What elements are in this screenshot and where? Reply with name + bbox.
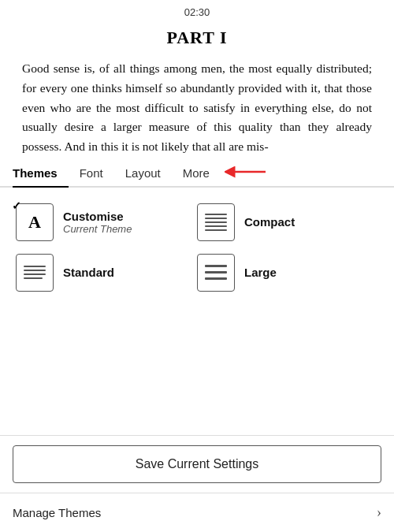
status-bar: 02:30 (0, 0, 394, 21)
book-content: Good sense is, of all things among men, … (0, 59, 394, 157)
spacer (0, 307, 394, 355)
theme-option-large[interactable]: Large (197, 254, 378, 292)
bottom-section: Save Current Settings Manage Themes › (0, 435, 394, 532)
letter-a-icon: A (28, 212, 41, 233)
large-lines-icon (205, 265, 227, 280)
themes-grid: ✓ A Customise Current Theme Compact (0, 188, 394, 307)
compact-label: Compact (244, 215, 295, 229)
book-title: PART I (0, 21, 394, 59)
compact-lines-icon (205, 214, 227, 231)
theme-option-standard[interactable]: Standard (16, 254, 197, 292)
standard-icon (16, 254, 54, 292)
tab-bar: Themes Font Layout More (0, 158, 394, 188)
customise-label: Customise Current Theme (63, 210, 132, 235)
save-button-container: Save Current Settings (0, 435, 394, 493)
compact-icon (197, 203, 235, 241)
manage-themes-label: Manage Themes (13, 506, 101, 519)
theme-option-customise[interactable]: ✓ A Customise Current Theme (16, 203, 197, 241)
checkmark-badge: ✓ (12, 199, 21, 213)
tab-more[interactable]: More (172, 158, 221, 186)
save-settings-button[interactable]: Save Current Settings (13, 445, 381, 483)
tab-layout[interactable]: Layout (114, 158, 172, 186)
chevron-right-icon: › (377, 504, 381, 521)
large-label: Large (244, 266, 277, 279)
tab-font[interactable]: Font (69, 158, 114, 186)
standard-label: Standard (63, 266, 114, 279)
standard-lines-icon (24, 266, 46, 279)
manage-themes-row[interactable]: Manage Themes › (0, 493, 394, 532)
theme-option-compact[interactable]: Compact (197, 203, 378, 241)
tab-themes[interactable]: Themes (13, 158, 69, 186)
red-arrow-icon (225, 163, 268, 180)
large-icon (197, 254, 235, 292)
customise-icon: ✓ A (16, 203, 54, 241)
time: 02:30 (184, 6, 210, 18)
